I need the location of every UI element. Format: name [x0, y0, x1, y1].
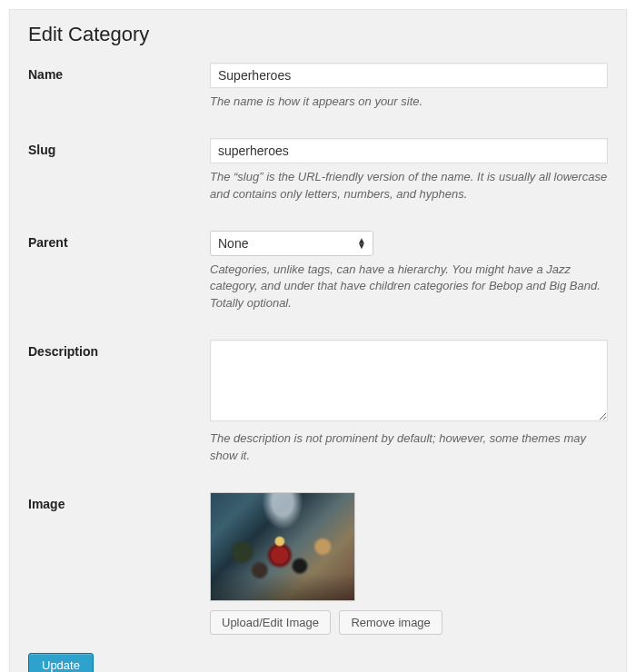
field-row-description: Description The description is not promi… — [28, 340, 608, 465]
parent-help: Categories, unlike tags, can have a hier… — [210, 262, 608, 313]
parent-select[interactable]: None — [210, 231, 373, 256]
description-help: The description is not prominent by defa… — [210, 430, 608, 465]
page-title: Edit Category — [28, 23, 608, 46]
name-help: The name is how it appears on your site. — [210, 94, 608, 111]
field-row-name: Name The name is how it appears on your … — [28, 63, 608, 111]
slug-input[interactable] — [210, 138, 608, 163]
slug-help: The “slug” is the URL-friendly version o… — [210, 169, 608, 203]
edit-category-panel: Edit Category Name The name is how it ap… — [9, 9, 627, 672]
upload-edit-image-button[interactable]: Upload/Edit Image — [210, 610, 331, 635]
slug-label: Slug — [28, 143, 55, 157]
description-textarea[interactable] — [210, 340, 608, 421]
category-image-thumbnail — [210, 492, 355, 601]
field-row-slug: Slug The “slug” is the URL-friendly vers… — [28, 138, 608, 203]
parent-label: Parent — [28, 235, 68, 250]
form-actions: Update — [28, 653, 608, 672]
remove-image-button[interactable]: Remove image — [339, 610, 442, 635]
name-input[interactable] — [210, 63, 608, 88]
update-button[interactable]: Update — [28, 653, 94, 672]
name-label: Name — [28, 67, 63, 82]
description-label: Description — [28, 344, 98, 359]
field-row-parent: Parent None ▲▼ Categories, unlike tags, … — [28, 231, 608, 313]
image-label: Image — [28, 497, 65, 511]
field-row-image: Image Upload/Edit Image Remove image — [28, 492, 608, 635]
